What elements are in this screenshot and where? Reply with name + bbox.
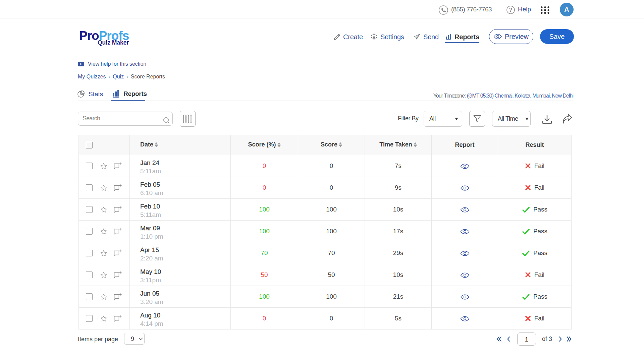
svg-text:?: ?	[509, 7, 513, 13]
